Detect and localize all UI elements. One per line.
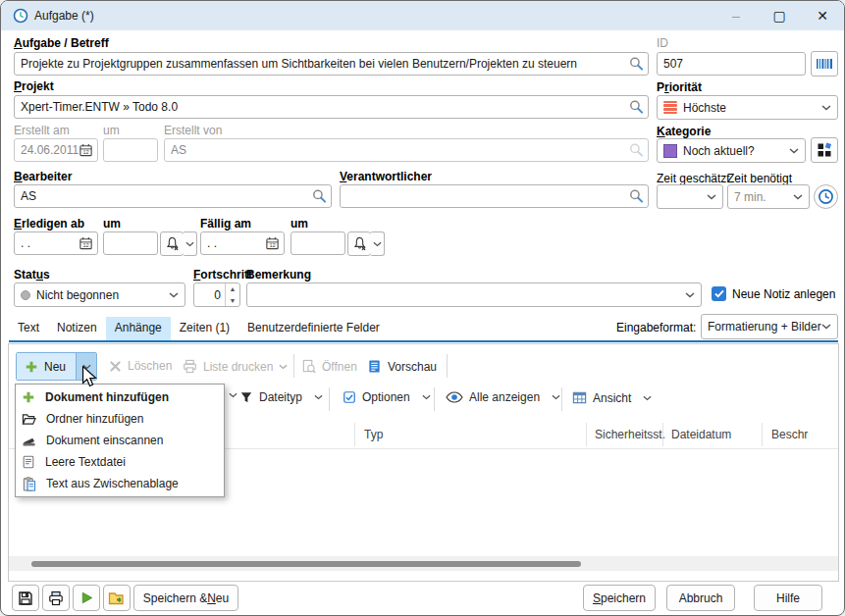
speichern-und-neu-button[interactable]: Speichern & Neu xyxy=(133,585,238,611)
abbruch-button[interactable]: Abbruch xyxy=(666,585,735,611)
print-icon-button[interactable] xyxy=(42,585,70,611)
projekt-input-text[interactable] xyxy=(21,100,642,114)
erledigen-ab-date[interactable] xyxy=(14,231,98,255)
time-tracking-button[interactable] xyxy=(814,184,838,209)
zeit-benoetigt-label: Zeit benötigt xyxy=(727,172,792,185)
search-icon[interactable] xyxy=(629,100,644,115)
maximize-button[interactable]: ▢ xyxy=(758,1,801,30)
horizontal-scrollbar[interactable] xyxy=(9,556,838,571)
erledigen-um-text[interactable] xyxy=(110,236,151,250)
menu-item-text-aus-zwischenablage[interactable]: Text aus Zwischenablage xyxy=(16,473,224,494)
erstellt-am-input xyxy=(14,138,98,162)
checkbox-checked-icon[interactable] xyxy=(712,286,726,301)
chevron-down-icon xyxy=(685,292,695,298)
tab-bar: Text Notizen Anhänge Zeiten (1) Benutzer… xyxy=(9,317,389,340)
oeffnen-button: Öffnen xyxy=(301,359,357,374)
reminder-dropdown-button[interactable] xyxy=(183,231,197,256)
bemerkung-combo[interactable] xyxy=(246,282,702,307)
bearbeiter-input[interactable] xyxy=(14,184,332,208)
tab-anhaenge[interactable]: Anhänge xyxy=(106,317,171,340)
search-icon[interactable] xyxy=(629,189,644,204)
column-header-typ[interactable]: Typ xyxy=(364,428,383,441)
category-picker-button[interactable] xyxy=(811,137,838,163)
alle-anzeigen-button[interactable]: Alle anzeigen xyxy=(446,390,560,404)
kategorie-label: Kategorie xyxy=(657,125,711,138)
loeschen-label: Löschen xyxy=(128,359,172,373)
neu-label: Neu xyxy=(44,360,66,374)
tab-zeiten[interactable]: Zeiten (1) xyxy=(171,317,238,340)
spin-down-button[interactable]: ▼ xyxy=(226,295,239,307)
calendar-icon[interactable] xyxy=(265,236,280,251)
clock-icon xyxy=(818,188,834,205)
erstellt-von-text xyxy=(171,143,642,157)
vorschau-button[interactable]: Vorschau xyxy=(367,359,437,374)
erstellt-von-input xyxy=(164,138,649,162)
liste-drucken-label: Liste drucken xyxy=(203,360,273,374)
projekt-input[interactable] xyxy=(14,95,649,119)
tab-text[interactable]: Text xyxy=(9,317,48,340)
spin-up-button[interactable]: ▲ xyxy=(226,283,239,295)
table-view-icon xyxy=(572,390,587,405)
bemerkung-label: Bemerkung xyxy=(246,268,311,282)
erledigen-um-input[interactable] xyxy=(103,231,158,255)
kategorie-combo[interactable]: Noch aktuell? xyxy=(657,138,806,163)
minimize-button[interactable]: – xyxy=(714,1,758,30)
fortschritt-spinner[interactable]: 0 ▲ ▼ xyxy=(193,282,240,307)
ansicht-button[interactable]: Ansicht xyxy=(572,390,652,405)
menu-item-label: Dokument hinzufügen xyxy=(45,390,169,404)
tab-benutzerdefinierte-felder[interactable]: Benutzerdefinierte Felder xyxy=(238,317,389,340)
neue-notiz-checkbox-group[interactable]: Neue Notiz anlegen xyxy=(712,286,835,301)
aufgabe-input-text[interactable] xyxy=(21,57,642,71)
scrollbar-thumb[interactable] xyxy=(31,561,581,567)
barcode-button[interactable] xyxy=(811,51,838,77)
menu-item-leere-textdatei[interactable]: Leere Textdatei xyxy=(16,451,224,473)
column-header-dateidatum[interactable]: Dateidatum xyxy=(671,428,731,441)
menu-item-dokument-hinzufuegen[interactable]: Dokument hinzufügen xyxy=(16,386,224,408)
export-folder-button[interactable] xyxy=(103,585,131,611)
column-separator xyxy=(662,423,663,446)
zeit-benoetigt-combo[interactable]: 7 min. xyxy=(727,184,810,209)
neu-button[interactable]: Neu xyxy=(17,353,76,380)
calendar-icon[interactable] xyxy=(79,236,93,251)
faellig-am-date[interactable] xyxy=(200,231,285,255)
zeit-geschaetzt-combo[interactable] xyxy=(657,184,723,209)
id-input[interactable] xyxy=(657,52,806,76)
menu-item-dokument-einscannen[interactable]: Dokument einscannen xyxy=(16,430,224,451)
aufgabe-input[interactable] xyxy=(14,52,649,76)
faellig-um-text[interactable] xyxy=(297,236,339,250)
prioritaet-combo[interactable]: Höchste xyxy=(657,95,838,120)
printer-icon xyxy=(48,590,64,606)
delete-x-icon xyxy=(109,360,122,373)
column-header-beschreibung[interactable]: Beschr xyxy=(771,428,832,441)
plus-icon xyxy=(25,360,38,374)
chevron-down-icon xyxy=(821,105,831,111)
alle-anzeigen-label: Alle anzeigen xyxy=(469,390,540,404)
verantwortlicher-text[interactable] xyxy=(346,189,642,203)
save-icon-button[interactable] xyxy=(12,585,39,611)
start-timer-button[interactable] xyxy=(73,585,100,611)
eingabeformat-combo[interactable]: Formatierung + Bilder xyxy=(701,314,838,339)
status-combo[interactable]: Nicht begonnen xyxy=(14,282,185,307)
speichern-button[interactable]: Speichern xyxy=(583,585,656,611)
chevron-down-icon xyxy=(707,194,716,200)
reminder-dropdown-button[interactable] xyxy=(370,231,385,256)
verantwortlicher-input[interactable] xyxy=(340,184,649,208)
eingabeformat-value: Formatierung + Bilder xyxy=(708,320,821,334)
column-header-sicherheitsstufe[interactable]: Sicherheitsst. xyxy=(595,428,665,441)
menu-item-label: Leere Textdatei xyxy=(45,455,126,469)
liste-drucken-button: Liste drucken xyxy=(183,359,288,374)
reminder-clear-button[interactable] xyxy=(347,231,371,256)
search-icon[interactable] xyxy=(629,57,644,72)
id-input-text[interactable] xyxy=(663,57,799,71)
dateityp-filter-button[interactable]: Dateityp xyxy=(239,390,323,404)
bearbeiter-text[interactable] xyxy=(21,189,325,203)
reminder-clear-button[interactable] xyxy=(160,231,184,256)
preview-document-icon xyxy=(367,359,382,374)
tab-notizen[interactable]: Notizen xyxy=(48,317,106,340)
close-button[interactable]: ✕ xyxy=(801,1,844,30)
menu-item-ordner-hinzufuegen[interactable]: Ordner hinzufügen xyxy=(16,408,224,430)
search-icon[interactable] xyxy=(312,189,327,204)
optionen-button[interactable]: Optionen xyxy=(343,390,431,404)
faellig-um-input[interactable] xyxy=(290,231,345,255)
hilfe-button[interactable]: Hilfe xyxy=(754,585,822,611)
